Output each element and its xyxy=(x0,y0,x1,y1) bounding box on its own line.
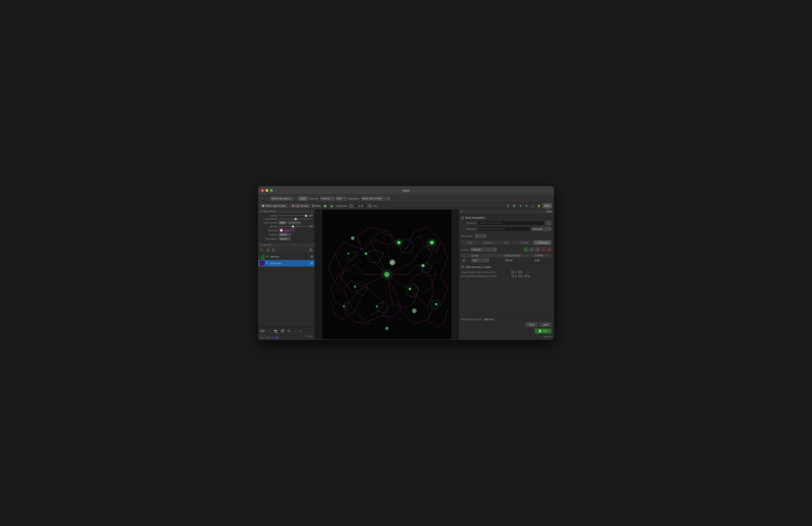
filename-label: Filename: xyxy=(461,228,477,230)
activity-row: ∧ activity xyxy=(461,335,551,338)
load-button[interactable]: Load xyxy=(298,197,307,200)
copy-channel-button[interactable]: ⧉ xyxy=(530,247,534,252)
directory-label: Directory: xyxy=(461,222,477,224)
tab-positions[interactable]: Positions xyxy=(479,240,497,245)
labels-tool[interactable] xyxy=(271,247,276,252)
format-select[interactable]: ome-zarr xyxy=(532,227,551,231)
layer-list-collapse[interactable]: ▼ xyxy=(260,244,262,246)
continuous-button[interactable]: continuous xyxy=(288,221,301,224)
interpolation-select[interactable]: nearest xyxy=(279,237,291,241)
snap-icon[interactable]: ▣ xyxy=(322,203,328,209)
colormap-select[interactable]: magenta ▾ xyxy=(279,229,295,232)
console-tool[interactable]: ⌨ xyxy=(260,328,265,334)
svg-point-20 xyxy=(389,260,395,265)
auto-checkbox-label[interactable]: Auto xyxy=(312,204,321,207)
layer-controls-collapse[interactable]: ▼ xyxy=(260,210,262,212)
layer-list-more[interactable]: ••• xyxy=(310,244,313,246)
wand-icon[interactable]: ⚡ xyxy=(536,203,542,209)
once-button[interactable]: once xyxy=(279,221,287,224)
channel-select[interactable]: Channel xyxy=(320,197,334,200)
search-icon[interactable]: ⌕ xyxy=(265,197,269,200)
canvas-right-handle[interactable]: : : xyxy=(456,273,458,276)
activity-button[interactable]: ∧ activity xyxy=(541,335,551,338)
square-tool[interactable]: □ xyxy=(266,328,272,334)
shutter-t-option: t xyxy=(518,270,523,273)
crosshair-icon[interactable]: ✛ xyxy=(524,203,530,209)
live-icon[interactable]: ▶ xyxy=(330,203,335,209)
channel-label: Channel: xyxy=(309,197,319,200)
mda-button[interactable]: MDA xyxy=(542,203,552,209)
config-selector[interactable]: MMConfig_demo... xyxy=(270,197,293,200)
keep-shutter-label: Keep Shutter Open Across Axis: xyxy=(461,271,510,273)
auto-checkbox[interactable] xyxy=(312,204,315,207)
axis-select[interactable]: c xyxy=(475,234,486,238)
gamma-slider[interactable] xyxy=(279,226,307,227)
paste-channel-button[interactable]: ⊡ xyxy=(535,247,540,252)
col-config: Config xyxy=(470,254,504,258)
autofocus-g-checkbox[interactable] xyxy=(524,274,527,278)
clear-channels-button[interactable]: ⊗ xyxy=(547,247,551,252)
load-button-rp[interactable]: Load xyxy=(539,323,551,327)
white-light-shutter-button[interactable]: White Light Shutter xyxy=(260,204,288,208)
config-select[interactable]: Cy5 xyxy=(472,258,489,262)
config-ellipsis[interactable]: ... xyxy=(295,197,297,200)
group-select[interactable]: Channel xyxy=(470,247,497,252)
filename-input[interactable] xyxy=(478,227,530,231)
collapse-icon[interactable]: ▼ xyxy=(260,197,264,200)
run-button[interactable]: ▶ Run xyxy=(535,329,551,333)
tab-time[interactable]: Time xyxy=(461,240,479,245)
add-channel-button[interactable]: + xyxy=(524,247,528,252)
fullscreen-button[interactable] xyxy=(270,189,273,192)
svg-point-13 xyxy=(343,305,345,308)
layer-item-astrocytes[interactable]: 👁 astrocytes 🖼 xyxy=(258,260,315,267)
browse-button[interactable]: ... xyxy=(546,221,551,226)
save-button[interactable]: Save xyxy=(525,323,537,327)
tools-more[interactable]: ••• xyxy=(300,330,302,332)
exposure-minus-button[interactable]: − xyxy=(349,204,353,208)
minimize-button[interactable] xyxy=(265,189,268,192)
svg-rect-0 xyxy=(261,249,262,250)
tab-grid[interactable]: Grid xyxy=(497,240,516,245)
save-acq-checkbox[interactable] xyxy=(461,216,464,219)
target-icon[interactable]: ✦ xyxy=(518,203,523,209)
led-shutter-button[interactable]: LED Shutter xyxy=(290,204,310,208)
layer-item-neurons[interactable]: 👁 neurons 🖼 xyxy=(258,253,315,260)
points-tool[interactable] xyxy=(260,247,264,252)
close-button[interactable] xyxy=(261,189,264,192)
camera-tool[interactable]: 📷 xyxy=(273,328,278,334)
tab-channels[interactable]: ✓ Channels xyxy=(534,240,551,245)
shapes-tool[interactable] xyxy=(265,247,270,252)
table-row: Cy5 100.00 0.00 xyxy=(461,258,551,263)
home-tool[interactable]: ⌂ xyxy=(293,328,298,334)
contrast-slider[interactable] xyxy=(279,218,313,219)
grid-2d-icon[interactable]: ☷ xyxy=(506,203,511,209)
blending-select[interactable]: additive xyxy=(279,233,291,236)
exposure-value[interactable]: 10.00 xyxy=(355,204,366,208)
right-panel-collapse[interactable]: ▼ xyxy=(461,211,463,213)
movie-tool[interactable]: 🎬 xyxy=(279,328,285,334)
shutter-t-checkbox[interactable] xyxy=(518,270,521,273)
grid-alt-icon[interactable]: ☸ xyxy=(512,203,517,209)
crop-icon[interactable]: □ xyxy=(530,203,536,209)
delete-layer-button[interactable] xyxy=(308,247,313,252)
directory-input[interactable] xyxy=(478,221,545,226)
shutter-z-checkbox[interactable] xyxy=(511,270,514,273)
autofocus-t-checkbox[interactable] xyxy=(518,274,521,278)
autofocus-p-checkbox[interactable] xyxy=(511,274,514,278)
search-icon-rp[interactable]: ⌕ xyxy=(464,211,465,213)
tab-zstack[interactable]: Z Stack xyxy=(516,240,534,245)
opacity-slider[interactable] xyxy=(279,215,307,216)
exposure-plus-button[interactable]: + xyxy=(368,204,372,208)
objectives-select[interactable]: Nikon 10X S Fluor xyxy=(361,197,390,200)
layer-visibility-neurons[interactable]: 👁 xyxy=(266,255,269,258)
autofocus-label: Use Hardware Autofocus on Axis: xyxy=(461,275,510,278)
svg-point-17 xyxy=(395,239,403,247)
grid-tool[interactable]: ⊞ xyxy=(286,328,291,334)
split-channels-checkbox[interactable] xyxy=(461,266,464,268)
layer-visibility-astrocytes[interactable]: 👁 xyxy=(266,262,269,265)
channel-row-checkbox[interactable] xyxy=(463,259,465,262)
dapi-select[interactable]: DAPI xyxy=(336,197,347,200)
svg-point-5 xyxy=(364,252,367,255)
canvas-left-handle[interactable]: : : xyxy=(315,273,318,276)
delete-channel-button[interactable]: ✕ xyxy=(541,247,546,252)
